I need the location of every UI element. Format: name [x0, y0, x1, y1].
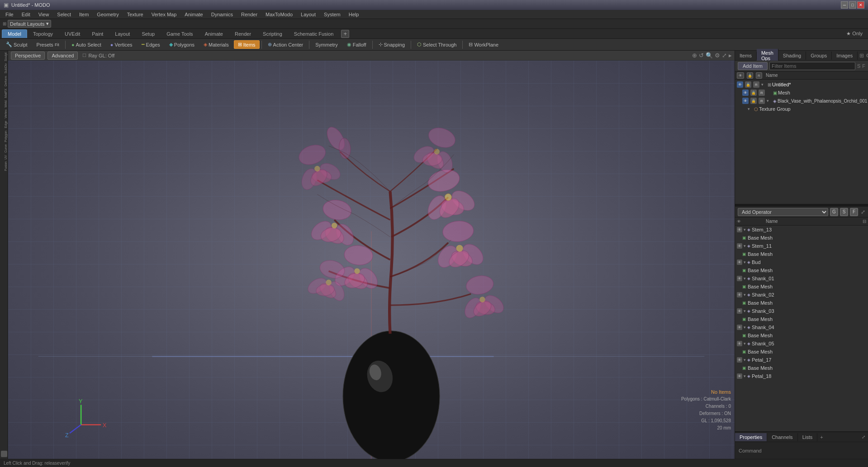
items-tab-groups[interactable]: Groups: [806, 52, 832, 60]
tree-row-black-vase[interactable]: 👁 🔒 R ▾ ◈ Black_Vase_with_Phalaenopsis_O…: [740, 97, 868, 105]
snapping-button[interactable]: ⊹ Snapping: [375, 40, 409, 49]
filter-items-input[interactable]: [769, 62, 855, 70]
tree-row-untitled[interactable]: 👁 🔒 R ▾ ⊞ Untitled*: [735, 80, 868, 89]
op-row-petal18[interactable]: 👁 ▾ ◈ Petal_18: [735, 372, 868, 380]
zoom-icon[interactable]: 🔍: [706, 52, 713, 59]
left-tool-edge[interactable]: Edge: [0, 120, 8, 129]
sculpt-button[interactable]: 🔧 Sculpt: [2, 40, 32, 49]
tab-game-tools[interactable]: Game Tools: [161, 29, 199, 38]
op-expand-icon[interactable]: ⤢: [861, 209, 865, 215]
left-tool-sculpt[interactable]: Sculpt: [0, 52, 8, 62]
add-tab-button[interactable]: +: [341, 30, 349, 38]
op-row-basemesh-stem13[interactable]: ▣ Base Mesh: [740, 234, 868, 242]
title-bar-controls[interactable]: ─ □ ✕: [841, 1, 864, 9]
vis-icon-vase[interactable]: 👁: [742, 98, 749, 104]
prop-tab-add[interactable]: +: [817, 434, 825, 441]
op-row-basemesh-shank04[interactable]: ▣ Base Mesh: [740, 331, 868, 340]
viewport-advanced-btn[interactable]: Advanced: [47, 52, 78, 60]
op-row-basemesh-petal17[interactable]: ▣ Base Mesh: [740, 364, 868, 372]
left-tool-deform[interactable]: Deform: [0, 75, 8, 87]
polygons-button[interactable]: ◆ Polygons: [165, 40, 199, 49]
tab-animate[interactable]: Animate: [199, 29, 229, 38]
menu-select[interactable]: Select: [53, 11, 75, 18]
left-tool-vertex[interactable]: Vertex: [0, 108, 8, 119]
vis-icon-mesh[interactable]: 👁: [742, 90, 749, 96]
falloff-button[interactable]: ◉ Falloff: [343, 40, 370, 49]
viewport-perspective-btn[interactable]: Perspective: [11, 52, 45, 60]
action-center-button[interactable]: ⊕ Action Center: [264, 40, 308, 49]
materials-button[interactable]: ◈ Materials: [199, 40, 233, 49]
lock-icon-untitled[interactable]: 🔒: [745, 81, 751, 88]
add-item-button[interactable]: Add Item: [738, 62, 768, 70]
expand-icon[interactable]: ⤢: [722, 52, 727, 59]
items-tab-shading[interactable]: Shading: [778, 52, 806, 60]
tab-topology[interactable]: Topology: [27, 29, 59, 38]
items-tab-items[interactable]: Items: [735, 52, 757, 60]
op-row-shank05[interactable]: 👁 ▾ ◈ Shank_05: [735, 340, 868, 348]
menu-layout[interactable]: Layout: [297, 11, 319, 18]
tab-setup[interactable]: Setup: [136, 29, 161, 38]
menu-texture[interactable]: Texture: [123, 11, 147, 18]
render-icon-vase[interactable]: R: [759, 98, 765, 104]
render-icon-mesh[interactable]: R: [759, 90, 765, 96]
menu-system[interactable]: System: [320, 11, 344, 18]
menu-render[interactable]: Render: [237, 11, 261, 18]
items-tab-images[interactable]: Images: [832, 52, 858, 60]
close-button[interactable]: ✕: [857, 1, 864, 9]
op-row-shank04[interactable]: 👁 ▾ ◈ Shank_04: [735, 323, 868, 331]
op-btn-s[interactable]: S: [840, 208, 848, 216]
menu-maxtomodo[interactable]: MaxToModo: [262, 11, 296, 18]
left-tool-fusion[interactable]: Fusion: [0, 160, 8, 172]
op-row-shank02[interactable]: 👁 ▾ ◈ Shank_02: [735, 291, 868, 299]
left-tool-weld[interactable]: Weld: [0, 99, 8, 108]
left-tool-subdiv[interactable]: SubDiv: [0, 62, 8, 75]
layout-dropdown[interactable]: Default Layouts ▾: [8, 20, 51, 28]
op-row-stem13[interactable]: 👁 ▾ ◈ Stem_13: [735, 226, 868, 234]
op-row-basemesh-stem11[interactable]: ▣ Base Mesh: [740, 250, 868, 258]
tab-scripting[interactable]: Scripting: [257, 29, 288, 38]
symmetry-button[interactable]: Symmetry: [311, 41, 342, 49]
op-row-basemesh-shank01[interactable]: ▣ Base Mesh: [740, 283, 868, 291]
tab-render[interactable]: Render: [229, 29, 257, 38]
tab-uvedit[interactable]: UVEdit: [59, 29, 86, 38]
tree-row-mesh[interactable]: 👁 🔒 R ▾ ▣ Mesh: [740, 89, 868, 97]
left-tool-bottom[interactable]: [1, 451, 7, 457]
op-row-basemesh-bud[interactable]: ▣ Base Mesh: [740, 266, 868, 274]
camera-icon[interactable]: ⊕: [692, 52, 697, 59]
items-tab-mesh-ops[interactable]: Mesh Ops: [757, 49, 778, 62]
tree-row-texture-group[interactable]: ▾ ⬡ Texture Group: [746, 105, 868, 113]
menu-vertexmap[interactable]: Vertex Map: [148, 11, 180, 18]
raygl-checkbox[interactable]: ☐: [82, 53, 86, 58]
select-through-button[interactable]: ⬡ Select Through: [413, 40, 460, 49]
tab-layout[interactable]: Layout: [109, 29, 136, 38]
tab-schematic-fusion[interactable]: Schematic Fusion: [288, 29, 339, 38]
render-icon-untitled[interactable]: R: [753, 81, 759, 88]
tab-model[interactable]: Model: [2, 29, 27, 38]
op-row-shank01[interactable]: 👁 ▾ ◈ Shank_01: [735, 274, 868, 283]
more-icon[interactable]: ▸: [729, 52, 732, 59]
prop-tab-properties[interactable]: Properties: [735, 433, 767, 441]
viewport[interactable]: Perspective Advanced ☐ Ray GL: Off ⊕ ↺ 🔍…: [8, 51, 735, 459]
left-tool-matfx[interactable]: MatFX: [0, 88, 8, 99]
op-row-basemesh-shank02[interactable]: ▣ Base Mesh: [740, 299, 868, 307]
settings-icon[interactable]: ⚙: [715, 52, 720, 59]
op-btn-f[interactable]: F: [850, 208, 858, 216]
lock-icon-vase[interactable]: 🔒: [750, 98, 757, 104]
scene-area[interactable]: X Y Z No Items Polygons : Catmull-Clark …: [8, 61, 735, 459]
operator-list[interactable]: 👁 ▾ ◈ Stem_13 ▣ Base Mesh 👁: [735, 226, 868, 431]
auto-select-button[interactable]: ● Auto Select: [67, 41, 105, 49]
items-settings-icon[interactable]: ⚙: [866, 52, 868, 59]
prop-expand-icon[interactable]: ⤢: [859, 434, 868, 440]
op-row-shank03[interactable]: 👁 ▾ ◈ Shank_03: [735, 307, 868, 315]
left-tool-uv[interactable]: UV: [0, 154, 8, 160]
items-expand-icon[interactable]: ⊞: [859, 52, 864, 59]
left-tool-polygon[interactable]: Polygon: [0, 130, 8, 143]
menu-dynamics[interactable]: Dynamics: [208, 11, 237, 18]
menu-edit[interactable]: Edit: [18, 11, 34, 18]
presets-button[interactable]: Presets Fit: [33, 41, 63, 49]
vis-icon-untitled[interactable]: 👁: [737, 81, 743, 88]
menu-view[interactable]: View: [35, 11, 53, 18]
left-tool-curve[interactable]: Curve: [0, 143, 8, 154]
op-btn-g[interactable]: G: [830, 208, 838, 216]
lock-icon-mesh[interactable]: 🔒: [750, 90, 757, 96]
